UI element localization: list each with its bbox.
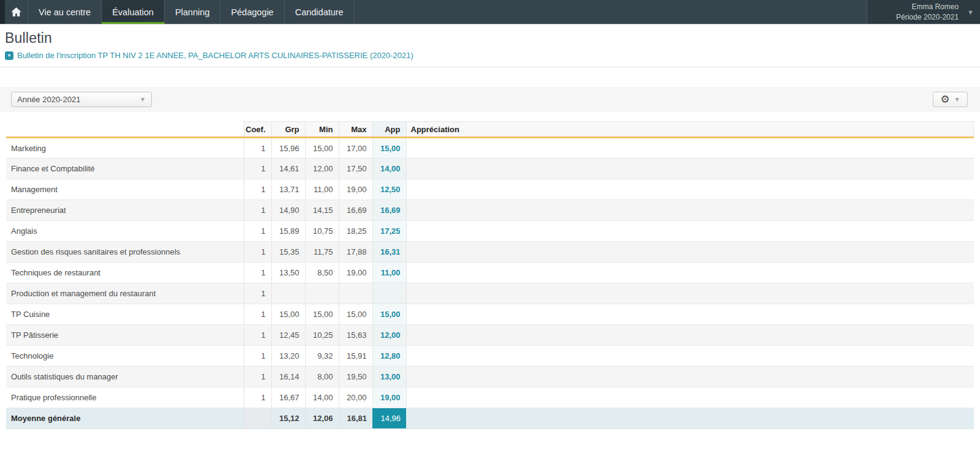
cell-grp: 13,71 [271,179,305,200]
cell-app[interactable]: 19,00 [372,387,406,408]
cell-app[interactable]: 17,25 [372,221,406,242]
cell-app[interactable]: 16,31 [372,242,406,263]
column-header-appreciation: Appréciation [406,122,974,138]
cell-max: 20,00 [339,387,372,408]
table-row: Management113,7111,0019,0012,50 [6,179,974,200]
cell-coef: 1 [244,221,271,242]
cell-coef: 1 [244,138,271,159]
cell-coef: 1 [244,179,271,200]
average-cell-min: 12,06 [305,408,339,429]
cell-app[interactable]: 16,69 [372,200,406,221]
grades-table: Coef.GrpMinMaxAppAppréciation Marketing1… [6,121,974,429]
cell-max: 15,63 [339,325,372,346]
cell-max: 19,50 [339,367,372,387]
cell-app[interactable]: 12,80 [372,346,406,367]
cell-appreciation [406,263,974,283]
table-row: Gestion des risques sanitaires et profes… [6,242,974,263]
cell-coef: 1 [244,159,271,179]
column-header-grp: Grp [271,122,305,138]
cell-subject: Technologie [6,346,244,367]
cell-subject: Management [6,179,244,200]
nav-tab-candidature[interactable]: Candidature [285,0,355,24]
cell-grp: 14,90 [271,200,305,221]
cell-min: 10,25 [305,325,339,346]
cell-min: 11,75 [305,242,339,263]
table-row: Entrepreneuriat114,9014,1516,6916,69 [6,200,974,221]
cell-max: 16,69 [339,200,372,221]
cell-app[interactable]: 12,50 [372,179,406,200]
cell-grp: 15,35 [271,242,305,263]
table-row: Finance et Comptabilité114,6112,0017,501… [6,159,974,179]
cell-appreciation [406,138,974,159]
cell-app[interactable]: 14,00 [372,159,406,179]
cell-appreciation [406,283,974,304]
table-row: Outils statistiques du manager116,148,00… [6,367,974,387]
nav-tab-pedagogie[interactable]: Pédagogie [221,0,284,24]
column-header-subject [6,122,244,138]
cell-grp: 13,20 [271,346,305,367]
cell-app[interactable]: 13,00 [372,367,406,387]
collapse-toggle-icon[interactable]: ▼ [5,51,13,60]
nav-tab-evaluation[interactable]: Évaluation [102,0,165,24]
cell-grp: 15,89 [271,221,305,242]
cell-app[interactable]: 12,00 [372,325,406,346]
home-button[interactable] [5,0,28,24]
nav-tab-planning[interactable]: Planning [165,0,221,24]
cell-appreciation [406,387,974,408]
cell-grp: 16,67 [271,387,305,408]
grades-table-container: Coef.GrpMinMaxAppAppréciation Marketing1… [0,112,980,429]
cell-coef: 1 [244,387,271,408]
cell-appreciation [406,304,974,325]
cell-subject: Production et management du restaurant [6,283,244,304]
cell-coef: 1 [244,242,271,263]
cell-grp: 15,96 [271,138,305,159]
table-header: Coef.GrpMinMaxAppAppréciation [6,122,974,138]
cell-subject: Outils statistiques du manager [6,367,244,387]
cell-min: 12,00 [305,159,339,179]
cell-appreciation [406,346,974,367]
cell-appreciation [406,200,974,221]
year-select[interactable]: Année 2020-2021 ▼ [11,92,152,107]
average-row: Moyenne générale15,1212,0616,8114,96 [6,408,974,429]
cell-coef: 1 [244,367,271,387]
settings-button[interactable]: ⚙ ▼ [933,92,968,107]
cell-coef: 1 [244,200,271,221]
user-menu[interactable]: Emma Romeo Période 2020-2021 ▼ [867,0,980,24]
cell-max: 19,00 [339,263,372,283]
table-footer: Moyenne générale15,1212,0616,8114,96 [6,408,974,429]
cell-appreciation [406,367,974,387]
cell-app[interactable]: 11,00 [372,263,406,283]
cell-min [305,283,339,304]
cell-subject: Techniques de restaurant [6,263,244,283]
header-spacer [0,67,980,87]
select-caret-icon: ▼ [140,96,146,103]
breadcrumb: ▼ Bulletin de l'inscription TP TH NIV 2 … [5,51,975,60]
cell-min: 15,00 [305,304,339,325]
table-row: Anglais115,8910,7518,2517,25 [6,221,974,242]
cell-app[interactable]: 15,00 [372,138,406,159]
cell-app [372,283,406,304]
cell-max [339,283,372,304]
user-period: Période 2020-2021 [896,12,959,22]
column-header-app: App [372,122,406,138]
cell-max: 15,00 [339,304,372,325]
user-info: Emma Romeo Période 2020-2021 [896,2,959,21]
cell-appreciation [406,221,974,242]
table-row: TP Pâtisserie112,4510,2515,6312,00 [6,325,974,346]
cell-coef: 1 [244,304,271,325]
cell-grp: 13,50 [271,263,305,283]
cell-min: 15,00 [305,138,339,159]
cell-grp: 14,61 [271,159,305,179]
cell-max: 19,00 [339,179,372,200]
table-body: Marketing115,9615,0017,0015,00Finance et… [6,138,974,408]
cell-app[interactable]: 15,00 [372,304,406,325]
average-cell-grp: 15,12 [271,408,305,429]
column-header-min: Min [305,122,339,138]
bulletin-inscription-link[interactable]: Bulletin de l'inscription TP TH NIV 2 1E… [17,51,413,60]
cell-subject: Marketing [6,138,244,159]
cell-appreciation [406,179,974,200]
cell-min: 14,00 [305,387,339,408]
cell-min: 8,50 [305,263,339,283]
page-title: Bulletin [5,30,975,47]
nav-tab-vie-au-centre[interactable]: Vie au centre [28,0,102,24]
